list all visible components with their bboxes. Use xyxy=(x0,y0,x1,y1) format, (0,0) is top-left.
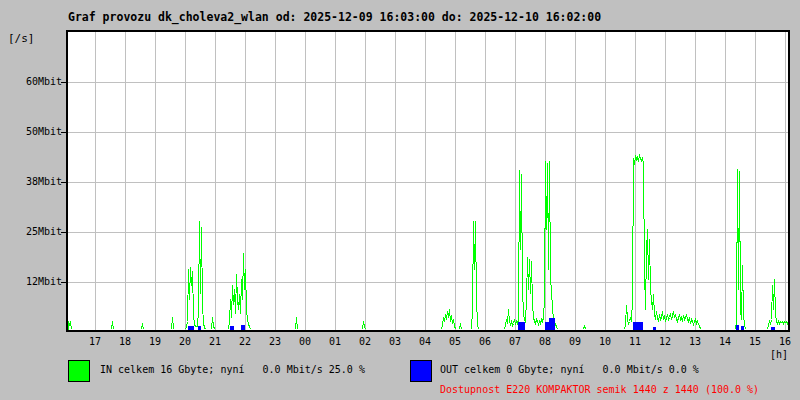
x-axis-tick-label: 14 xyxy=(710,336,740,348)
out-traffic-bar xyxy=(198,326,201,330)
in-traffic-line xyxy=(69,156,789,330)
x-axis-tick-label: 11 xyxy=(620,336,650,348)
x-axis-tick-label: 06 xyxy=(470,336,500,348)
y-axis-tick-mark xyxy=(61,232,66,233)
out-traffic-bar xyxy=(736,325,739,330)
out-traffic-bar xyxy=(241,325,245,330)
traffic-chart xyxy=(68,32,788,330)
x-axis-tick-label: 20 xyxy=(170,336,200,348)
out-traffic-bar xyxy=(518,322,525,330)
y-axis-tick-mark xyxy=(61,82,66,83)
x-axis-tick-label: 02 xyxy=(350,336,380,348)
x-axis-tick-label: 16 xyxy=(770,336,800,348)
legend-out-label: OUT celkem 0 Gbyte; nyní 0.0 Mbit/s 0.0 … xyxy=(440,364,699,375)
y-axis-unit-label: [/s] xyxy=(8,32,35,45)
y-axis-tick-label: 60Mbit xyxy=(0,76,62,88)
x-axis-tick-label: 07 xyxy=(500,336,530,348)
out-traffic-bar xyxy=(549,318,555,330)
out-traffic-bar xyxy=(653,327,656,330)
out-traffic-bar xyxy=(633,322,643,330)
legend-in-label: IN celkem 16 Gbyte; nyní 0.0 Mbit/s 25.0… xyxy=(100,364,365,375)
x-axis-tick-label: 08 xyxy=(530,336,560,348)
y-axis-tick-mark xyxy=(61,182,66,183)
y-axis-tick-label: 12Mbit xyxy=(0,276,62,288)
y-axis-tick-label: 25Mbit xyxy=(0,226,62,238)
y-axis-tick-mark xyxy=(61,282,66,283)
y-axis-tick-mark xyxy=(61,132,66,133)
y-axis-tick-label: 50Mbit xyxy=(0,126,62,138)
x-axis-tick-label: 23 xyxy=(260,336,290,348)
x-axis-tick-label: 05 xyxy=(440,336,470,348)
x-axis-tick-label: 13 xyxy=(680,336,710,348)
x-axis-tick-label: 15 xyxy=(740,336,770,348)
out-traffic-bar xyxy=(741,326,744,330)
availability-text: Dostupnost E220 KOMPAKTOR semik 1440 z 1… xyxy=(440,384,759,395)
legend-out-swatch xyxy=(410,360,432,382)
page-title: Graf provozu dk_choleva2_wlan od: 2025-1… xyxy=(68,10,601,24)
out-traffic-bar xyxy=(545,322,549,330)
x-axis-tick-label: 21 xyxy=(200,336,230,348)
out-traffic-bar xyxy=(188,326,194,330)
x-axis-tick-label: 22 xyxy=(230,336,260,348)
x-axis-tick-label: 17 xyxy=(80,336,110,348)
out-traffic-bar xyxy=(230,326,234,330)
x-axis-unit-label: [h] xyxy=(770,349,788,360)
x-axis-tick-label: 01 xyxy=(320,336,350,348)
x-axis-tick-label: 10 xyxy=(590,336,620,348)
plot-area xyxy=(66,30,790,332)
legend-in-swatch xyxy=(68,360,90,382)
x-axis-tick-label: 19 xyxy=(140,336,170,348)
x-axis-tick-label: 12 xyxy=(650,336,680,348)
y-axis-tick-label: 38Mbit xyxy=(0,176,62,188)
x-axis-tick-label: 00 xyxy=(290,336,320,348)
x-axis-tick-label: 18 xyxy=(110,336,140,348)
out-traffic-bar xyxy=(771,327,775,330)
x-axis-tick-label: 04 xyxy=(410,336,440,348)
traffic-graph-page: Graf provozu dk_choleva2_wlan od: 2025-1… xyxy=(0,0,800,400)
x-axis-tick-label: 09 xyxy=(560,336,590,348)
x-axis-tick-label: 03 xyxy=(380,336,410,348)
